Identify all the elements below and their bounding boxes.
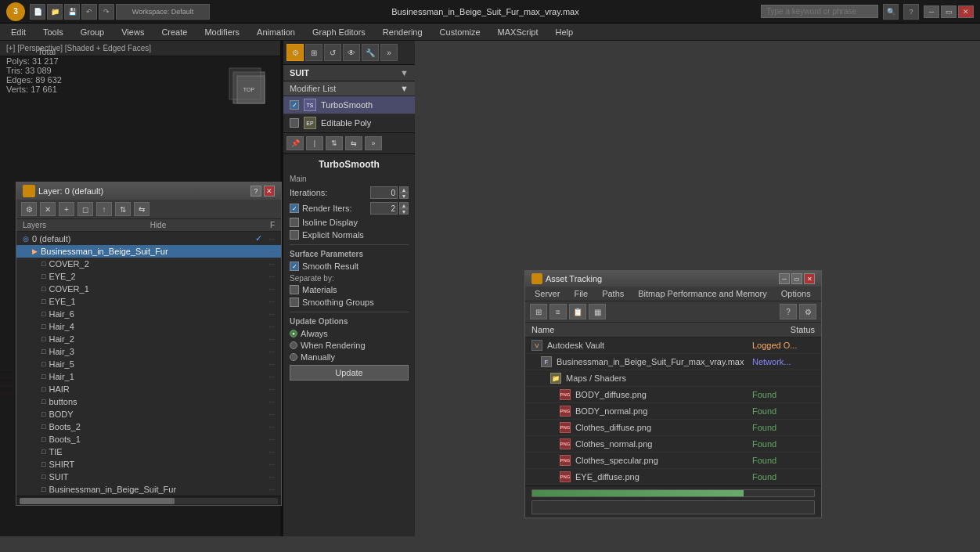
save-btn[interactable]: 💾: [64, 4, 80, 20]
ts-isoline-checkbox[interactable]: [290, 218, 299, 227]
ts-manually-radio[interactable]: [290, 353, 297, 361]
layer-item[interactable]: ▶Businessman_in_Beige_Suit_Fur···: [16, 245, 281, 258]
editable-poly-checkbox[interactable]: [290, 118, 299, 128]
at-tb-btn1[interactable]: ⊞: [530, 304, 547, 319]
utilities-tab[interactable]: 🔧: [362, 44, 379, 61]
ts-render-iters-down[interactable]: ▼: [399, 208, 409, 215]
at-close-btn[interactable]: ✕: [804, 273, 815, 284]
menu-edit[interactable]: Edit: [3, 26, 34, 38]
layer-item[interactable]: ◎0 (default)✓···: [16, 232, 281, 245]
at-tb-btn4[interactable]: ▦: [589, 304, 606, 319]
workspace-dropdown[interactable]: Workspace: Default: [116, 4, 210, 20]
menu-rendering[interactable]: Rendering: [375, 26, 431, 38]
hierarchy-tab[interactable]: ⊞: [305, 44, 322, 61]
at-table-row[interactable]: PNGBODY_diffuse.pngFound: [525, 387, 821, 403]
undo-btn[interactable]: ↶: [81, 4, 97, 20]
turbosmooth-checkbox[interactable]: [290, 100, 299, 110]
layer-move-btn[interactable]: ↑: [96, 202, 112, 216]
search-btn[interactable]: 🔍: [883, 4, 899, 20]
extras-btn[interactable]: »: [380, 44, 398, 61]
ts-render-iters-up[interactable]: ▲: [399, 202, 409, 208]
new-btn[interactable]: 📄: [30, 4, 45, 20]
layer-help-btn[interactable]: ?: [250, 186, 261, 197]
display-tab[interactable]: 👁: [343, 44, 360, 61]
ts-materials-checkbox[interactable]: [290, 285, 299, 294]
redo-btn[interactable]: ↷: [99, 4, 114, 20]
layer-item[interactable]: □TIE···: [16, 446, 281, 458]
search-input[interactable]: [761, 5, 878, 18]
motion-tab[interactable]: ↺: [324, 44, 341, 61]
layer-item[interactable]: □SUIT···: [16, 471, 281, 483]
layer-item[interactable]: □EYE_1···: [16, 295, 281, 308]
menu-help[interactable]: Help: [548, 26, 582, 38]
modifier-ctrl4[interactable]: ⇆: [345, 136, 362, 150]
at-table-row[interactable]: PNGClothes_diffuse.pngFound: [525, 420, 821, 436]
layer-select-btn[interactable]: ◻: [77, 202, 93, 216]
layer-item[interactable]: □Hair_3···: [16, 345, 281, 358]
close-btn[interactable]: ✕: [958, 5, 974, 18]
at-restore-btn[interactable]: ▭: [791, 273, 802, 284]
layer-item[interactable]: □Boots_2···: [16, 420, 281, 433]
ts-explicit-normals-checkbox[interactable]: [290, 230, 299, 240]
ts-when-rendering-radio[interactable]: [290, 341, 297, 349]
help-btn[interactable]: ?: [903, 4, 919, 20]
ts-iterations-input[interactable]: [370, 186, 398, 199]
at-table-row[interactable]: PNGClothes_specular.pngFound: [525, 453, 821, 469]
modifier-ctrl2[interactable]: |: [306, 136, 323, 150]
layer-item[interactable]: □Hair_6···: [16, 308, 281, 320]
menu-customize[interactable]: Customize: [432, 26, 488, 38]
ts-iterations-up[interactable]: ▲: [399, 186, 409, 193]
ts-render-iters-checkbox[interactable]: [290, 204, 299, 213]
restore-btn[interactable]: ▭: [941, 5, 957, 18]
at-tb-btn2[interactable]: ≡: [549, 304, 567, 319]
at-settings-btn[interactable]: ⚙: [799, 304, 816, 319]
ts-iterations-down[interactable]: ▼: [399, 193, 409, 199]
at-table-row[interactable]: PNGBODY_normal.pngFound: [525, 403, 821, 420]
at-table-row[interactable]: PNGEYE_diffuse.pngFound: [525, 469, 821, 485]
menu-animation[interactable]: Animation: [249, 26, 303, 38]
menu-create[interactable]: Create: [153, 26, 195, 38]
h-scroll-thumb[interactable]: [20, 498, 175, 504]
menu-tools[interactable]: Tools: [35, 26, 71, 38]
ts-update-btn[interactable]: Update: [290, 365, 409, 381]
layer-add-btn[interactable]: +: [59, 202, 74, 216]
modifier-ctrl3[interactable]: ⇅: [326, 136, 343, 150]
menu-graph-editors[interactable]: Graph Editors: [304, 26, 373, 38]
ts-always-radio[interactable]: [290, 330, 297, 337]
at-table-row[interactable]: 📁Maps / Shaders: [525, 370, 821, 387]
modifier-ctrl5[interactable]: »: [365, 136, 382, 150]
at-menu-server[interactable]: Server: [528, 288, 566, 299]
layer-item[interactable]: □SHIRT···: [16, 458, 281, 471]
modify-tab[interactable]: ⚙: [286, 44, 304, 61]
minimize-btn[interactable]: ─: [924, 5, 939, 18]
at-menu-options[interactable]: Options: [775, 288, 817, 299]
layer-item[interactable]: □EYE_2···: [16, 270, 281, 283]
layer-item[interactable]: □Hair_5···: [16, 358, 281, 370]
layer-item[interactable]: □COVER_2···: [16, 258, 281, 270]
menu-modifiers[interactable]: Modifiers: [196, 26, 247, 38]
at-help-btn[interactable]: ?: [780, 304, 797, 319]
at-menu-bitmap[interactable]: Bitmap Performance and Memory: [632, 288, 773, 299]
menu-group[interactable]: Group: [73, 26, 113, 38]
layer-settings-btn[interactable]: ⚙: [21, 202, 37, 216]
layer-item[interactable]: □buttons···: [16, 395, 281, 408]
layer-item[interactable]: □Hair_4···: [16, 320, 281, 333]
layer-item[interactable]: □BODY···: [16, 408, 281, 420]
at-menu-file[interactable]: File: [567, 288, 594, 299]
layer-close-btn[interactable]: ✕: [264, 186, 275, 197]
modifier-editable-poly[interactable]: EP Editable Poly: [283, 114, 415, 132]
at-tb-btn3[interactable]: 📋: [569, 304, 586, 319]
ts-render-iters-spinner[interactable]: ▲ ▼: [370, 202, 409, 215]
modifier-list-header[interactable]: Modifier List ▼: [283, 81, 415, 96]
modifier-turbosmooth[interactable]: TS TurboSmooth: [283, 96, 415, 114]
ts-smooth-result-checkbox[interactable]: [290, 262, 299, 271]
menu-views[interactable]: Views: [113, 26, 152, 38]
at-menu-paths[interactable]: Paths: [596, 288, 630, 299]
layer-item[interactable]: □Hair_1···: [16, 370, 281, 383]
layer-scrollbar[interactable]: [16, 496, 281, 505]
open-btn[interactable]: 📁: [47, 4, 63, 20]
layer-item[interactable]: □HAIR···: [16, 383, 281, 395]
layer-delete-btn[interactable]: ✕: [40, 202, 56, 216]
pin-modifier-btn[interactable]: 📌: [286, 136, 304, 150]
at-minimize-btn[interactable]: ─: [779, 273, 790, 284]
